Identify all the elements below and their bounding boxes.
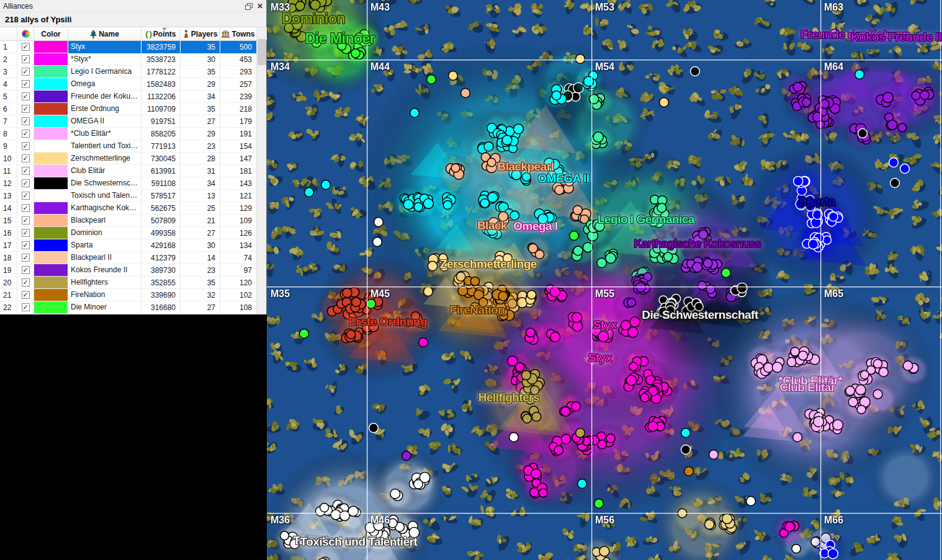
- table-row[interactable]: 5✓Freunde der Kokusn...113220634239: [0, 91, 257, 103]
- alliance-color-swatch[interactable]: [34, 177, 68, 190]
- world-map[interactable]: M33M43M53M63M34M44M54M64M35M45M55M65M36M…: [267, 0, 942, 560]
- table-row[interactable]: 12✓Die Schwesternschaft59110834143: [0, 177, 257, 190]
- alliance-visibility-checkbox[interactable]: ✓: [22, 241, 30, 249]
- table-row[interactable]: 8✓*Club Elitär*85820529191: [0, 128, 257, 140]
- alliance-visibility-checkbox[interactable]: ✓: [22, 167, 30, 175]
- alliance-visibility-checkbox[interactable]: ✓: [22, 216, 30, 224]
- alliance-visibility-checkbox[interactable]: ✓: [22, 303, 30, 311]
- alliance-name[interactable]: Zerschmetterlinge: [68, 153, 141, 165]
- alliance-visibility-checkbox[interactable]: ✓: [22, 154, 30, 162]
- alliance-visibility-checkbox[interactable]: ✓: [22, 266, 30, 274]
- alliance-color-swatch[interactable]: [34, 301, 68, 314]
- alliance-color-swatch[interactable]: [34, 277, 68, 289]
- alliance-color-swatch[interactable]: [34, 140, 68, 153]
- alliance-color-swatch[interactable]: [34, 53, 68, 66]
- table-row[interactable]: 7✓OMEGA II91975127179: [0, 115, 257, 128]
- alliance-name[interactable]: Legio I Germanica: [68, 66, 141, 78]
- alliance-visibility-checkbox[interactable]: ✓: [22, 55, 30, 63]
- table-row[interactable]: 18✓Blackpearl II4123791474: [0, 252, 257, 264]
- alliance-visibility-checkbox[interactable]: ✓: [22, 192, 30, 200]
- alliance-name[interactable]: Kokos Freunde II: [68, 264, 141, 277]
- alliance-color-swatch[interactable]: [34, 264, 68, 277]
- column-header-color[interactable]: Color: [34, 27, 68, 40]
- alliance-visibility-checkbox[interactable]: ✓: [22, 68, 30, 76]
- alliance-visibility-checkbox[interactable]: ✓: [22, 229, 30, 237]
- alliance-color-swatch[interactable]: [34, 289, 68, 301]
- table-row[interactable]: 19✓Kokos Freunde II3897302397: [0, 264, 257, 277]
- column-header-rank[interactable]: [0, 27, 17, 40]
- column-header-points[interactable]: ( ) Points: [141, 27, 181, 40]
- alliance-name[interactable]: Die Schwesternschaft: [68, 177, 141, 190]
- table-row[interactable]: 14✓Karthagische Kokos...56267525129: [0, 202, 257, 215]
- alliance-visibility-checkbox[interactable]: ✓: [22, 179, 30, 187]
- table-row[interactable]: 1✓Styx382375935500: [0, 41, 257, 53]
- alliance-name[interactable]: Freunde der Kokusn...: [68, 91, 141, 103]
- alliance-color-swatch[interactable]: [34, 103, 68, 115]
- alliance-visibility-checkbox[interactable]: ✓: [22, 204, 30, 212]
- alliance-color-swatch[interactable]: [34, 66, 68, 78]
- alliance-name[interactable]: Erste Ordnung: [68, 103, 141, 115]
- table-row[interactable]: 22✓Die Minoer31668027108: [0, 301, 257, 314]
- alliance-color-swatch[interactable]: [34, 165, 68, 177]
- alliance-name[interactable]: Die Minoer: [68, 301, 141, 314]
- alliance-color-swatch[interactable]: [34, 115, 68, 128]
- alliance-color-swatch[interactable]: [34, 41, 68, 53]
- table-row[interactable]: 10✓Zerschmetterlinge73004528147: [0, 153, 257, 165]
- alliance-name[interactable]: Club Elitär: [68, 165, 141, 177]
- alliance-visibility-checkbox[interactable]: ✓: [22, 117, 30, 125]
- alliance-color-swatch[interactable]: [34, 153, 68, 165]
- column-header-name[interactable]: Name: [68, 27, 141, 40]
- alliance-color-swatch[interactable]: [34, 128, 68, 140]
- table-row[interactable]: 9✓Talentiert und Toxisch77191323154: [0, 140, 257, 153]
- table-row[interactable]: 4✓Omega158248329257: [0, 78, 257, 91]
- table-row[interactable]: 15✓Blackpearl50780921109: [0, 215, 257, 227]
- table-scrollbar[interactable]: [256, 27, 266, 314]
- alliance-visibility-checkbox[interactable]: ✓: [22, 130, 30, 138]
- alliance-color-swatch[interactable]: [34, 78, 68, 91]
- scrollbar-thumb[interactable]: [258, 39, 266, 65]
- alliance-name[interactable]: Karthagische Kokos...: [68, 202, 141, 215]
- alliance-color-swatch[interactable]: [34, 227, 68, 239]
- table-row[interactable]: 6✓Erste Ordnung110970935218: [0, 103, 257, 115]
- column-header-towns[interactable]: Towns: [220, 27, 257, 40]
- alliance-visibility-checkbox[interactable]: ✓: [22, 92, 30, 100]
- alliance-name[interactable]: Blackpearl: [68, 215, 141, 227]
- map-canvas[interactable]: [267, 0, 942, 560]
- alliance-name[interactable]: Talentiert und Toxisch: [68, 140, 141, 153]
- alliance-name[interactable]: Sparta: [68, 239, 141, 252]
- table-row[interactable]: 3✓Legio I Germanica177812235293: [0, 66, 257, 78]
- table-row[interactable]: 11✓Club Elitär61399131181: [0, 165, 257, 177]
- alliance-color-swatch[interactable]: [34, 91, 68, 103]
- table-row[interactable]: 20✓Hellfighters35285535120: [0, 277, 257, 289]
- alliance-name[interactable]: Dominion: [68, 227, 141, 239]
- alliance-name[interactable]: *Styx*: [68, 53, 141, 66]
- alliance-color-swatch[interactable]: [34, 202, 68, 215]
- alliance-visibility-checkbox[interactable]: ✓: [22, 80, 30, 88]
- table-row[interactable]: 13✓Toxisch und Talentiert57851713121: [0, 190, 257, 202]
- alliance-visibility-checkbox[interactable]: ✓: [22, 43, 30, 51]
- table-row[interactable]: 17✓Sparta42916830134: [0, 239, 257, 252]
- alliance-color-swatch[interactable]: [34, 239, 68, 252]
- table-row[interactable]: 16✓Dominion49935827126: [0, 227, 257, 239]
- column-header-visibility[interactable]: [17, 27, 34, 40]
- table-row[interactable]: 2✓*Styx*353872330453: [0, 53, 257, 66]
- column-header-players[interactable]: Players: [181, 27, 220, 40]
- alliance-name[interactable]: Toxisch und Talentiert: [68, 190, 141, 202]
- alliance-name[interactable]: OMEGA II: [68, 115, 141, 128]
- alliance-color-swatch[interactable]: [34, 190, 68, 202]
- close-panel-icon[interactable]: ✕: [257, 2, 263, 10]
- alliance-visibility-checkbox[interactable]: ✓: [22, 278, 30, 287]
- alliance-name[interactable]: *Club Elitär*: [68, 128, 141, 140]
- alliance-name[interactable]: Hellfighters: [68, 277, 141, 289]
- alliance-name[interactable]: FireNation: [68, 289, 141, 301]
- alliance-color-swatch[interactable]: [34, 215, 68, 227]
- alliance-color-swatch[interactable]: [34, 252, 68, 264]
- alliance-visibility-checkbox[interactable]: ✓: [22, 105, 30, 113]
- alliance-name[interactable]: Styx: [68, 41, 141, 53]
- alliance-visibility-checkbox[interactable]: ✓: [22, 291, 30, 299]
- alliance-name[interactable]: Blackpearl II: [68, 252, 141, 264]
- float-panel-icon[interactable]: [245, 3, 252, 9]
- alliance-name[interactable]: Omega: [68, 78, 141, 91]
- alliance-visibility-checkbox[interactable]: ✓: [22, 254, 30, 262]
- table-row[interactable]: 21✓FireNation33969032102: [0, 289, 257, 301]
